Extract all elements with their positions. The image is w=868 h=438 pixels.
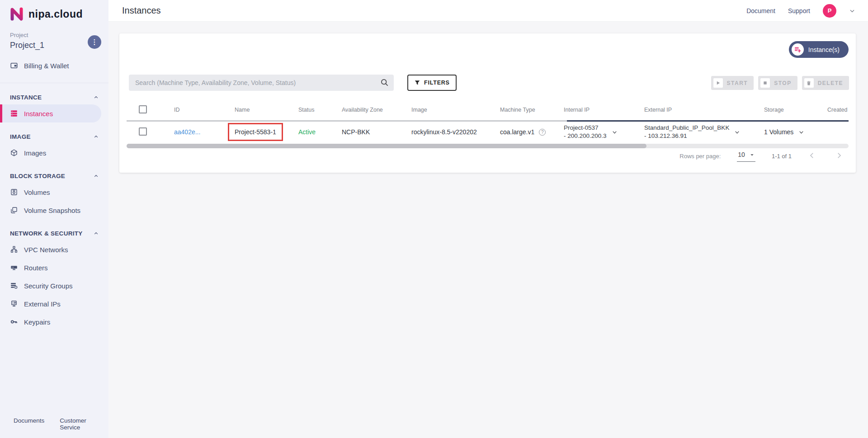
sidebar-item-label: Keypairs — [24, 318, 50, 326]
row-checkbox[interactable] — [139, 127, 147, 136]
external-ip-icon — [10, 300, 18, 308]
support-link[interactable]: Support — [788, 7, 810, 14]
section-label: INSTANCE — [10, 94, 42, 101]
column-header-availability-zone[interactable]: Availability Zone — [342, 107, 411, 113]
sidebar-item-vpc-networks[interactable]: VPC Networks — [0, 240, 108, 259]
external-ip-expand-button[interactable] — [734, 129, 741, 136]
add-instance-icon — [792, 43, 804, 56]
internal-ip-network: Project-0537 — [564, 124, 607, 132]
avatar-initial: P — [828, 7, 832, 14]
document-link[interactable]: Document — [746, 7, 775, 14]
start-button[interactable]: START — [711, 76, 754, 90]
search-box — [129, 75, 394, 91]
column-header-name[interactable]: Name — [235, 107, 298, 113]
search-input[interactable] — [129, 75, 394, 91]
dropdown-arrow-icon — [750, 152, 755, 157]
external-ip-pool: Standard_Public_IP_Pool_BKK — [644, 124, 729, 132]
sidebar-item-keypairs[interactable]: Keypairs — [0, 313, 108, 331]
project-block: Project Project_1 ⋮ — [0, 25, 108, 50]
external-ip-address: - 103.212.36.91 — [644, 132, 729, 140]
section-header-network-security[interactable]: NETWORK & SECURITY — [0, 226, 108, 240]
security-list-icon — [10, 282, 18, 290]
availability-zone-cell: NCP-BKK — [342, 128, 411, 136]
filter-funnel-icon — [414, 80, 420, 86]
image-cell: rockylinux-8.5-v220202 — [411, 128, 500, 136]
sidebar-item-volumes[interactable]: Volumes — [0, 183, 108, 201]
project-name: Project_1 — [10, 41, 99, 50]
sidebar-item-label: Security Groups — [24, 282, 73, 290]
chevron-down-icon — [798, 129, 805, 136]
horizontal-scrollbar-track[interactable] — [127, 144, 849, 148]
storage-cell: 1 Volumes — [764, 128, 827, 136]
project-menu-button[interactable]: ⋮ — [88, 35, 101, 49]
sidebar-section-instance: INSTANCE Instances — [0, 83, 108, 122]
internal-ip-expand-button[interactable] — [611, 129, 618, 136]
trash-icon — [804, 78, 814, 88]
topbar: Instances Document Support P — [108, 0, 868, 22]
page-title: Instances — [122, 5, 161, 16]
chevron-down-icon[interactable] — [849, 8, 855, 14]
select-all-checkbox[interactable] — [139, 105, 147, 113]
storage-expand-button[interactable] — [798, 129, 805, 136]
rows-per-page-select[interactable]: 10 — [737, 150, 755, 162]
sidebar-item-routers[interactable]: Routers — [0, 259, 108, 277]
sidebar-footer: Documents Customer Service — [0, 417, 108, 438]
filters-label: FILTERS — [424, 80, 450, 86]
sidebar: nipa.cloud Project Project_1 ⋮ Billing &… — [0, 0, 108, 438]
sidebar-item-images[interactable]: Images — [0, 144, 108, 162]
chevron-up-icon — [94, 134, 99, 139]
machine-type-value: coa.large.v1 — [500, 128, 534, 136]
avatar[interactable]: P — [823, 4, 836, 18]
pagination-range: 1-1 of 1 — [772, 153, 792, 160]
brand-name: nipa.cloud — [28, 8, 83, 20]
section-label: BLOCK STORAGE — [10, 173, 65, 179]
pagination: Rows per page: 10 1-1 of 1 — [679, 150, 843, 162]
help-icon[interactable]: ? — [539, 129, 546, 136]
column-header-machine-type[interactable]: Machine Type — [500, 107, 564, 113]
section-header-block-storage[interactable]: BLOCK STORAGE — [0, 169, 108, 183]
brand-logo[interactable]: nipa.cloud — [0, 0, 108, 25]
column-header-image[interactable]: Image — [411, 107, 500, 113]
instance-id-link[interactable]: aa402e... — [174, 128, 200, 136]
sidebar-item-volume-snapshots[interactable]: Volume Snapshots — [0, 201, 108, 219]
previous-page-button[interactable] — [808, 151, 816, 161]
section-header-instance[interactable]: INSTANCE — [0, 90, 108, 104]
horizontal-scrollbar-thumb[interactable] — [127, 144, 646, 148]
stop-button[interactable]: STOP — [758, 76, 797, 90]
column-header-internal-ip[interactable]: Internal IP — [564, 107, 644, 113]
start-label: START — [727, 80, 748, 86]
instances-card: Instance(s) FILTERS START STOP DELET — [119, 33, 856, 173]
section-label: NETWORK & SECURITY — [10, 230, 83, 237]
sidebar-item-instances[interactable]: Instances — [0, 104, 101, 122]
column-header-external-ip[interactable]: External IP — [644, 107, 764, 113]
next-page-button[interactable] — [835, 151, 843, 161]
column-header-status[interactable]: Status — [298, 107, 342, 113]
create-instance-button[interactable]: Instance(s) — [789, 41, 849, 58]
sidebar-item-label: Instances — [24, 110, 53, 118]
search-icon[interactable] — [380, 78, 389, 89]
nipa-n-logo-icon — [9, 6, 24, 22]
sidebar-item-label: Volume Snapshots — [24, 207, 80, 214]
column-header-storage[interactable]: Storage — [764, 107, 827, 113]
sidebar-item-external-ips[interactable]: External IPs — [0, 295, 108, 313]
chevron-down-icon — [611, 129, 618, 136]
wallet-icon — [10, 61, 18, 70]
sidebar-item-billing-wallet[interactable]: Billing & Wallet — [0, 57, 108, 75]
column-header-created[interactable]: Created — [827, 107, 849, 113]
router-icon — [10, 264, 18, 272]
chevron-up-icon — [94, 231, 99, 236]
sidebar-item-security-groups[interactable]: Security Groups — [0, 277, 108, 295]
header-divider-progress — [127, 120, 849, 122]
row-actions: START STOP DELETE — [711, 76, 849, 90]
customer-service-link[interactable]: Customer Service — [60, 417, 97, 431]
section-label: IMAGE — [10, 133, 31, 140]
table-row[interactable]: aa402e... Project-5583-1 Active NCP-BKK … — [127, 122, 849, 142]
sidebar-section-image: IMAGE Images — [0, 122, 108, 162]
sidebar-section-block-storage: BLOCK STORAGE Volumes Volume Snapshots — [0, 162, 108, 219]
chevron-up-icon — [94, 95, 99, 100]
delete-button[interactable]: DELETE — [802, 76, 849, 90]
column-header-id[interactable]: ID — [174, 107, 235, 113]
filters-button[interactable]: FILTERS — [407, 75, 457, 91]
documents-link[interactable]: Documents — [14, 417, 44, 431]
section-header-image[interactable]: IMAGE — [0, 130, 108, 144]
